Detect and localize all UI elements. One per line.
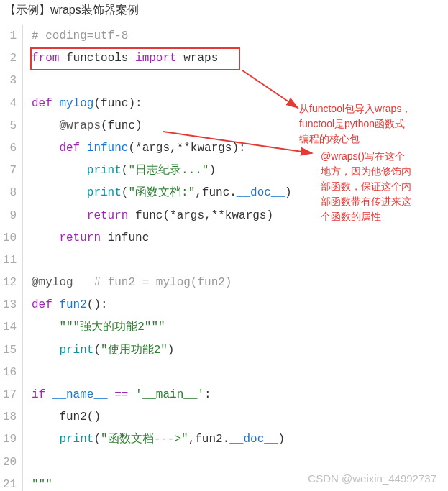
code-line: 4def mylog(func): bbox=[3, 93, 445, 115]
code-token bbox=[32, 209, 87, 222]
line-number: 19 bbox=[3, 428, 23, 451]
code-content bbox=[23, 70, 445, 92]
code-token: __doc__ bbox=[229, 433, 278, 446]
code-token: mylog bbox=[59, 97, 93, 110]
code-line: 3 bbox=[3, 70, 445, 92]
code-token: __name__ bbox=[52, 388, 108, 401]
code-line: 19 print("函数文档--->",fun2.__doc__) bbox=[3, 428, 445, 451]
code-token bbox=[32, 119, 59, 132]
code-content: fun2() bbox=[23, 406, 445, 428]
code-content: """ bbox=[23, 474, 445, 491]
line-number: 18 bbox=[3, 406, 23, 428]
code-token: import bbox=[135, 52, 183, 65]
code-token bbox=[32, 433, 59, 446]
code-token: "函数文档:" bbox=[128, 186, 195, 199]
code-content: # coding=utf-8 bbox=[23, 25, 445, 47]
code-token: "日志纪录..." bbox=[128, 164, 209, 177]
code-content: def infunc(*args,**kwargs): bbox=[23, 137, 445, 160]
code-token: # fun2 = mylog(fun2) bbox=[93, 276, 232, 289]
code-token: : bbox=[204, 388, 211, 401]
code-token: def bbox=[32, 97, 59, 110]
code-line: 16 bbox=[3, 362, 445, 384]
code-line: 14 """强大的功能2""" bbox=[3, 316, 445, 339]
code-content: return infunc bbox=[23, 227, 445, 249]
code-content: from functools import wraps bbox=[23, 47, 445, 70]
code-token: fun2 bbox=[59, 298, 86, 311]
line-number: 10 bbox=[3, 227, 23, 249]
code-token: return bbox=[87, 209, 135, 222]
code-token: print bbox=[59, 433, 93, 446]
code-line: 21""" bbox=[3, 474, 445, 491]
code-content: print("函数文档--->",fun2.__doc__) bbox=[23, 428, 445, 451]
line-number: 11 bbox=[3, 249, 23, 272]
code-token: ) bbox=[285, 186, 292, 199]
code-token: def bbox=[59, 142, 86, 155]
code-token bbox=[32, 186, 87, 199]
code-token: wraps bbox=[183, 52, 218, 65]
line-number: 17 bbox=[3, 384, 23, 406]
code-line: 18 fun2() bbox=[3, 406, 445, 428]
code-content: return func(*args,**kwargs) bbox=[23, 205, 445, 227]
code-token: ( bbox=[93, 433, 101, 446]
code-token: "函数文档--->" bbox=[101, 433, 188, 446]
code-content: if __name__ == '__main__': bbox=[23, 384, 445, 406]
code-token: __doc__ bbox=[237, 186, 285, 199]
code-line: 1# coding=utf-8 bbox=[3, 25, 445, 47]
code-token: return bbox=[59, 231, 107, 244]
line-number: 14 bbox=[3, 316, 23, 339]
code-token bbox=[32, 164, 87, 177]
code-token: (): bbox=[87, 298, 108, 311]
code-line: 2from functools import wraps bbox=[3, 47, 445, 70]
code-line: 17if __name__ == '__main__': bbox=[3, 384, 445, 406]
code-line: 7 print("日志纪录...") bbox=[3, 160, 445, 182]
code-token: functools bbox=[66, 52, 135, 65]
code-content: @mylog # fun2 = mylog(fun2) bbox=[23, 272, 445, 294]
code-content: def fun2(): bbox=[23, 294, 445, 316]
code-content: def mylog(func): bbox=[23, 93, 445, 115]
line-number: 21 bbox=[3, 474, 23, 491]
code-token: (func) bbox=[101, 119, 142, 132]
code-line: 6 def infunc(*args,**kwargs): bbox=[3, 137, 445, 160]
code-token: ( bbox=[122, 186, 129, 199]
code-token: '__main__' bbox=[135, 388, 204, 401]
code-token: ,func. bbox=[195, 186, 237, 199]
code-token: if bbox=[32, 388, 52, 401]
code-token: ( bbox=[122, 164, 129, 177]
line-number: 16 bbox=[3, 362, 23, 384]
line-number: 13 bbox=[3, 294, 23, 316]
code-block: 从functool包导入wraps， functool是python函数式 编程… bbox=[3, 25, 445, 491]
code-token bbox=[32, 410, 59, 423]
code-token: (*args,**kwargs): bbox=[128, 142, 245, 155]
code-token: "使用功能2" bbox=[101, 344, 168, 357]
code-line: 9 return func(*args,**kwargs) bbox=[3, 205, 445, 227]
code-token: print bbox=[59, 344, 93, 357]
code-content bbox=[23, 451, 445, 474]
code-line: 12@mylog # fun2 = mylog(fun2) bbox=[3, 272, 445, 294]
line-number: 6 bbox=[3, 137, 23, 160]
code-line: 11 bbox=[3, 249, 445, 272]
code-token: from bbox=[32, 52, 66, 65]
code-line: 5 @wraps(func) bbox=[3, 115, 445, 137]
code-token: print bbox=[87, 186, 122, 199]
code-content: print("函数文档:",func.__doc__) bbox=[23, 182, 445, 204]
code-token: """强大的功能2""" bbox=[59, 321, 165, 334]
code-token: == bbox=[108, 388, 135, 401]
line-number: 4 bbox=[3, 93, 23, 115]
code-line: 8 print("函数文档:",func.__doc__) bbox=[3, 182, 445, 204]
code-token: fun2() bbox=[59, 410, 101, 423]
code-line: 13def fun2(): bbox=[3, 294, 445, 316]
example-title: 【示例】wraps装饰器案例 bbox=[0, 0, 448, 25]
line-number: 7 bbox=[3, 160, 23, 182]
code-line: 10 return infunc bbox=[3, 227, 445, 249]
code-token bbox=[32, 231, 59, 244]
line-number: 12 bbox=[3, 272, 23, 294]
code-token: ) bbox=[209, 164, 216, 177]
code-token bbox=[32, 344, 59, 357]
line-number: 1 bbox=[3, 25, 23, 47]
code-line: 15 print("使用功能2") bbox=[3, 339, 445, 362]
code-token: ( bbox=[93, 344, 101, 357]
code-line: 20 bbox=[3, 451, 445, 474]
line-number: 3 bbox=[3, 70, 23, 92]
code-token: ,fun2. bbox=[188, 433, 230, 446]
code-content bbox=[23, 249, 445, 272]
